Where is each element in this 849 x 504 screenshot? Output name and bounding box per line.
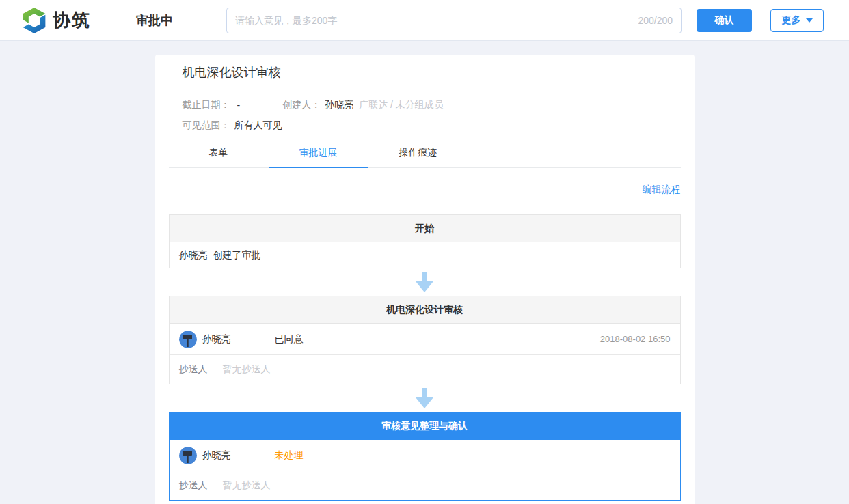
arrow-down-icon [416, 388, 433, 408]
meta-row-deadline-creator: 截止日期： - 创建人： 孙晓亮 广联达 / 未分组成员 [183, 98, 667, 113]
workflow-section: 开始 孙晓亮 创建了审批 机电深化设计审核 [169, 214, 681, 501]
cc-label: 抄送人 [179, 479, 208, 492]
arrow-down-icon [416, 272, 433, 292]
member-name: 孙晓亮 [202, 449, 275, 462]
chevron-down-icon [806, 18, 813, 23]
char-counter: 200/200 [638, 15, 673, 26]
node-review-title: 机电深化设计审核 [170, 296, 680, 324]
edit-flow-row: 编辑流程 [169, 183, 681, 197]
node-confirm-cc-row: 抄送人 暂无抄送人 [170, 471, 680, 500]
comment-input[interactable] [235, 15, 631, 26]
creator-name: 孙晓亮 [325, 99, 353, 111]
flow-arrow-2 [169, 384, 681, 412]
tab-form[interactable]: 表单 [169, 141, 269, 167]
node-start-title: 开始 [170, 215, 680, 242]
edit-flow-link[interactable]: 编辑流程 [643, 184, 681, 195]
flow-arrow-1 [169, 268, 681, 296]
node-confirm-member-row: 孙晓亮 未处理 [170, 440, 680, 471]
workflow-node-review: 机电深化设计审核 孙晓亮 已同意 [169, 296, 681, 384]
cc-value: 暂无抄送人 [223, 479, 271, 492]
more-button[interactable]: 更多 [770, 9, 824, 32]
app-logo: 协筑 [21, 7, 91, 34]
member-avatar [179, 331, 197, 348]
more-button-label: 更多 [782, 14, 801, 27]
deadline-label: 截止日期： [183, 99, 230, 111]
member-status-approved: 已同意 [275, 333, 304, 346]
node-review-member-row: 孙晓亮 已同意 2018-08-02 16:50 [170, 324, 680, 355]
node-start-body: 孙晓亮 创建了审批 [170, 242, 680, 268]
approval-title: 机电深化设计审核 [183, 64, 667, 81]
node-start-action: 创建了审批 [213, 249, 261, 262]
confirm-button[interactable]: 确认 [697, 9, 752, 32]
scope-value: 所有人可见 [234, 120, 282, 132]
comment-input-box: 200/200 [226, 8, 682, 33]
logo-hexagon-icon [21, 7, 48, 34]
creator-org: 广联达 / 未分组成员 [359, 99, 444, 111]
approval-info-section: 机电深化设计审核 截止日期： - 创建人： 孙晓亮 广联达 / 未分组成员 可见… [169, 64, 681, 133]
node-review-cc-row: 抄送人 暂无抄送人 [170, 355, 680, 384]
member-name: 孙晓亮 [202, 333, 275, 346]
workflow-node-confirm: 审核意见整理与确认 孙晓亮 未处理 [169, 412, 681, 501]
cc-label: 抄送人 [179, 363, 208, 376]
scope-label: 可见范围： [183, 120, 230, 132]
meta-row-scope: 可见范围： 所有人可见 [183, 118, 667, 133]
node-start-actor: 孙晓亮 [179, 249, 208, 262]
workflow-node-start: 开始 孙晓亮 创建了审批 [169, 214, 681, 268]
member-status-pending: 未处理 [275, 449, 304, 462]
logo-text: 协筑 [53, 8, 91, 32]
tab-operation-trace[interactable]: 操作痕迹 [368, 141, 468, 167]
deadline-value: - [237, 100, 241, 111]
cc-value: 暂无抄送人 [223, 363, 271, 376]
creator-label: 创建人： [282, 99, 321, 111]
page-status-title: 审批中 [136, 12, 173, 29]
member-avatar [179, 447, 197, 464]
top-header: 协筑 审批中 200/200 确认 更多 [0, 0, 849, 41]
detail-tabs: 表单 审批进展 操作痕迹 [169, 141, 681, 168]
member-approval-time: 2018-08-02 16:50 [600, 334, 671, 344]
approval-detail-card: 机电深化设计审核 截止日期： - 创建人： 孙晓亮 广联达 / 未分组成员 可见… [155, 55, 695, 504]
tab-approval-progress[interactable]: 审批进展 [269, 141, 368, 167]
node-confirm-title: 审核意见整理与确认 [170, 412, 680, 440]
main-area: 机电深化设计审核 截止日期： - 创建人： 孙晓亮 广联达 / 未分组成员 可见… [0, 41, 849, 504]
